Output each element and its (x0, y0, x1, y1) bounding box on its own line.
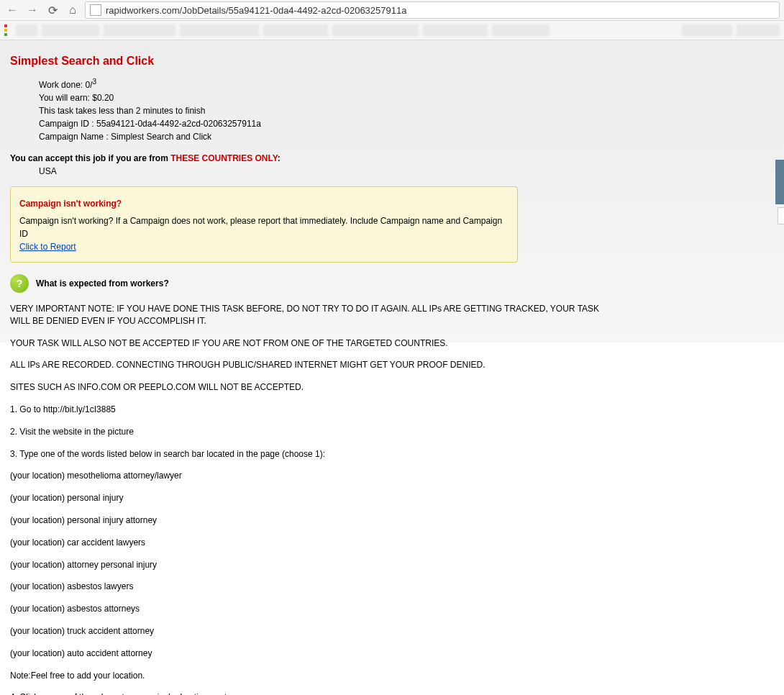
browser-toolbar: ← → ⟳ ⌂ rapidworkers.com/JobDetails/55a9… (0, 0, 784, 21)
bookmark-item[interactable] (104, 24, 176, 36)
body-paragraph: (your location) truck accident attorney (10, 625, 614, 637)
body-paragraph: (your location) asbestos attorneys (10, 603, 614, 615)
expected-heading: ? What is expected from workers? (10, 274, 614, 293)
bookmark-item[interactable] (16, 24, 37, 36)
page-title: Simplest Search and Click (10, 55, 614, 68)
body-paragraph: 2. Visit the website in the picture (10, 426, 614, 438)
accept-line: You can accept this job if you are from … (10, 153, 614, 163)
body-paragraph: (your location) attorney personal injury (10, 559, 614, 571)
bookmark-item[interactable] (423, 24, 488, 36)
body-paragraph: (your location) personal injury attorney (10, 514, 614, 527)
job-meta: Work done: 0/3 You will earn: $0.20 This… (39, 76, 614, 143)
ad-stub (775, 160, 784, 204)
body-paragraph: ALL IPs ARE RECORDED. CONNECTING THROUGH… (10, 359, 614, 371)
body-paragraph: SITES SUCH AS INFO.COM OR PEEPLO.COM WIL… (10, 381, 614, 394)
bookmark-item[interactable] (180, 24, 259, 36)
report-link[interactable]: Click to Report (19, 242, 76, 252)
body-paragraph: 1. Go to http://bit.ly/1cI3885 (10, 404, 614, 416)
warning-title: Campaign isn't working? (19, 197, 509, 210)
body-paragraph: (your location) auto accident attorney (10, 648, 614, 660)
expected-heading-text: What is expected from workers? (36, 278, 169, 289)
bookmark-item[interactable] (263, 24, 328, 36)
back-button[interactable]: ← (4, 2, 20, 18)
accept-highlight: THESE COUNTRIES ONLY (170, 153, 278, 163)
expected-body: VERY IMPORTANT NOTE: IF YOU HAVE DONE TH… (10, 303, 614, 695)
warning-text: Campaign isn't working? If a Campaign do… (19, 214, 509, 240)
body-paragraph: (your location) asbestos lawyers (10, 581, 614, 593)
bookmark-item[interactable] (737, 24, 780, 36)
bookmark-item[interactable] (492, 24, 550, 36)
work-done-total: 3 (92, 78, 96, 86)
forward-button[interactable]: → (24, 2, 40, 18)
body-paragraph: 4. Click on one of the relevant companie… (10, 691, 614, 695)
body-paragraph: (your location) personal injury (10, 492, 614, 504)
reload-button[interactable]: ⟳ (45, 2, 60, 18)
body-paragraph: Note:Feel free to add your location. (10, 670, 614, 682)
body-paragraph: YOUR TASK WILL ALSO NOT BE ACCEPTED IF Y… (10, 337, 614, 350)
work-done: Work done: 0/ (39, 80, 92, 90)
task-duration: This task takes less than 2 minutes to f… (39, 104, 614, 117)
body-paragraph: (your location) car accident lawyers (10, 537, 614, 549)
bookmark-item[interactable] (682, 24, 732, 36)
accept-suffix: : (278, 153, 281, 163)
url-bar[interactable]: rapidworkers.com/JobDetails/55a94121-0da… (85, 1, 780, 19)
page-icon (90, 4, 101, 16)
bookmark-item[interactable] (42, 24, 99, 36)
bookmark-item[interactable] (332, 24, 419, 36)
ad-stub (778, 207, 784, 224)
url-text: rapidworkers.com/JobDetails/55a94121-0da… (106, 5, 406, 16)
campaign-id: Campaign ID : 55a94121-0da4-4492-a2cd-02… (39, 117, 614, 130)
body-paragraph: VERY IMPORTANT NOTE: IF YOU HAVE DONE TH… (10, 303, 614, 327)
home-button[interactable]: ⌂ (65, 2, 81, 18)
campaign-name: Campaign Name : Simplest Search and Clic… (39, 130, 614, 143)
body-paragraph: (your location) mesothelioma attorney/la… (10, 470, 614, 482)
body-paragraph: 3. Type one of the words listed below in… (10, 448, 614, 460)
country-list: USA (39, 166, 614, 176)
earn-amount: You will earn: $0.20 (39, 91, 614, 104)
apps-icon[interactable] (4, 24, 7, 36)
bookmarks-bar (0, 21, 784, 40)
question-icon: ? (10, 274, 29, 293)
accept-prefix: You can accept this job if you are from (10, 153, 170, 163)
warning-box: Campaign isn't working? Campaign isn't w… (10, 186, 518, 263)
